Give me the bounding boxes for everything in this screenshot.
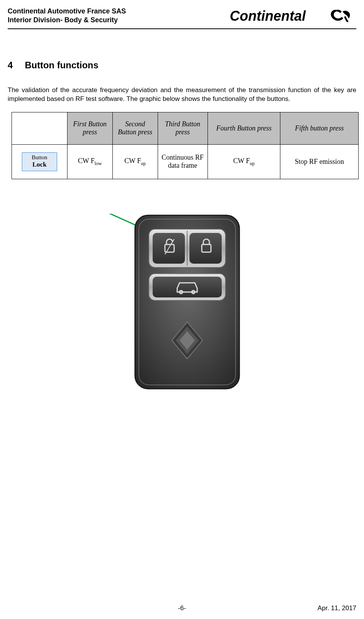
header-line1: Continental Automotive France SAS [8, 7, 126, 16]
unlock-button [153, 233, 185, 264]
section-heading: 4 Button functions [8, 60, 356, 71]
cell-fourth-pre: CW F [233, 157, 250, 165]
label-bold: Lock [22, 161, 57, 168]
cell-second: CW Fup [112, 144, 158, 179]
logo-text: Continental [230, 8, 306, 24]
header-first: First Button press [67, 112, 112, 144]
footer-date: Apr. 11, 2017 [318, 604, 356, 612]
header-empty [12, 112, 68, 144]
intro-paragraph: The validation of the accurate frequency… [8, 86, 356, 104]
cell-fourth: CW Fup [208, 144, 280, 179]
car-button [153, 277, 222, 297]
header-line2: Interior Division- Body & Security [8, 16, 126, 25]
page-footer: -6- Apr. 11, 2017 [8, 604, 356, 612]
cell-first: CW Flow [67, 144, 112, 179]
svg-rect-8 [189, 233, 222, 264]
button-function-table-wrap: First Button press Second Button press T… [8, 112, 356, 179]
button-function-table: First Button press Second Button press T… [12, 112, 359, 179]
lock-button [189, 233, 222, 264]
table-header-row: First Button press Second Button press T… [12, 112, 359, 144]
header-second: Second Button press [112, 112, 158, 144]
cell-second-sub: up [141, 161, 146, 166]
page-number: -6- [178, 604, 186, 612]
cell-first-pre: CW F [78, 157, 94, 165]
page-header: Continental Automotive France SAS Interi… [8, 7, 356, 29]
svg-rect-11 [153, 277, 222, 297]
section-number: 4 [8, 60, 22, 71]
label-small: Button [22, 154, 57, 161]
button-lock-label: Button Lock [22, 152, 57, 171]
cell-fourth-sub: up [250, 161, 255, 166]
section-title-text: Button functions [25, 60, 99, 70]
keycard-image [133, 214, 241, 390]
table-row: Button Lock CW Flow CW Fup Continuous RF… [12, 144, 359, 179]
row-label-cell: Button Lock [12, 144, 68, 179]
cell-first-sub: low [94, 161, 102, 166]
header-fourth: Fourth Button press [208, 112, 280, 144]
header-third: Third Button press [158, 112, 208, 144]
cell-fifth: Stop RF emission [280, 144, 359, 179]
continental-logo: Continental [230, 7, 356, 25]
cell-third: Continuous RF data frame [158, 144, 208, 179]
keycard-figure [8, 214, 356, 394]
cell-second-pre: CW F [124, 157, 141, 165]
header-company: Continental Automotive France SAS Interi… [8, 7, 126, 24]
header-fifth: Fifth button press [280, 112, 359, 144]
